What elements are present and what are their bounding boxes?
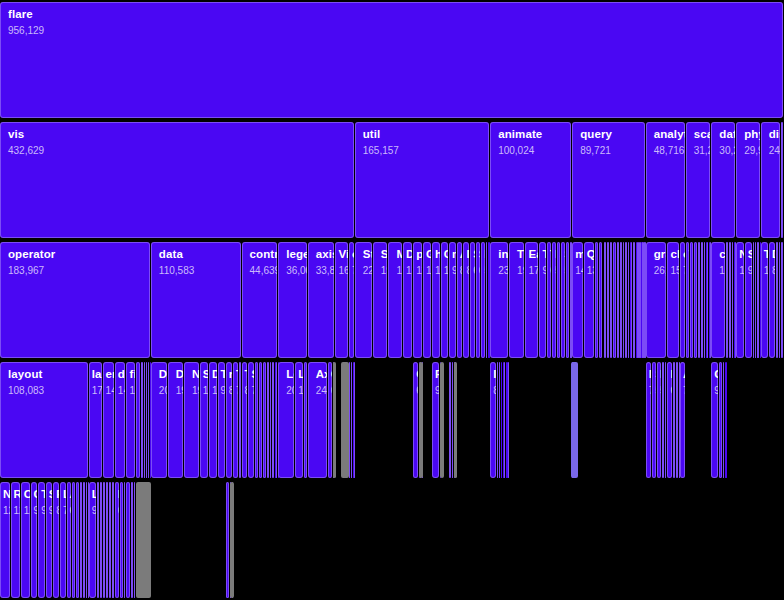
icicle-cell[interactable] xyxy=(599,242,602,358)
icicle-cell[interactable] xyxy=(501,362,502,478)
icicle-cell[interactable]: Legend20,859 xyxy=(278,362,294,478)
icicle-cell[interactable] xyxy=(595,242,598,358)
icicle-cell[interactable]: DirtySprite8,833 xyxy=(769,242,775,358)
icicle-cell[interactable]: Tween6,006 xyxy=(547,242,551,358)
icicle-cell[interactable] xyxy=(781,122,783,238)
icicle-cell[interactable] xyxy=(662,362,664,478)
icicle-cell[interactable] xyxy=(259,362,262,478)
icicle-cell[interactable] xyxy=(634,242,635,358)
icicle-cell[interactable]: controls44,639 xyxy=(242,242,278,358)
icicle-cell[interactable] xyxy=(610,242,612,358)
icicle-cell[interactable] xyxy=(776,242,778,358)
icicle-cell[interactable]: legend36,003 xyxy=(278,242,307,358)
icicle-cell[interactable]: HierarchicalCluster6,714 xyxy=(667,362,672,478)
collapsed-frames-segment[interactable] xyxy=(341,362,349,478)
icicle-cell[interactable]: CartesianAxes6,703 xyxy=(328,362,333,478)
collapsed-frames-segment[interactable] xyxy=(230,482,234,598)
icicle-cell[interactable]: animate100,024 xyxy=(490,122,571,238)
icicle-cell[interactable] xyxy=(351,362,352,478)
icicle-cell[interactable]: encoder14,897 xyxy=(103,362,114,478)
icicle-cell[interactable]: heap10,587 xyxy=(432,242,440,358)
icicle-cell[interactable]: distortion14,219 xyxy=(115,362,126,478)
icicle-cell[interactable] xyxy=(76,482,79,598)
icicle-cell[interactable] xyxy=(86,482,87,598)
icicle-cell[interactable] xyxy=(755,242,756,358)
icicle-cell[interactable] xyxy=(146,362,147,478)
icicle-cell[interactable]: StackedAreaLayout9,121 xyxy=(46,482,52,598)
icicle-cell[interactable]: events7,011 xyxy=(349,242,354,358)
icicle-cell[interactable] xyxy=(707,242,708,358)
icicle-cell[interactable] xyxy=(630,242,631,358)
icicle-cell[interactable] xyxy=(690,242,693,358)
icicle-cell[interactable]: Interpolator8,746 xyxy=(490,362,496,478)
icicle-cell[interactable]: NodeLinkTreeLayout12,870 xyxy=(0,482,10,598)
icicle-cell[interactable]: Easing17,010 xyxy=(525,242,538,358)
icicle-cell[interactable]: Labeler9,956 xyxy=(89,482,96,598)
icicle-cell[interactable] xyxy=(729,242,731,358)
icicle-cell[interactable] xyxy=(779,242,780,358)
icicle-cell[interactable]: NBodyForce10,498 xyxy=(736,242,744,358)
icicle-cell[interactable]: math9,346 xyxy=(449,242,456,358)
icicle-cell[interactable] xyxy=(607,242,609,358)
icicle-cell[interactable] xyxy=(80,482,82,598)
icicle-cell[interactable] xyxy=(106,482,108,598)
collapsed-frames-segment[interactable] xyxy=(571,362,578,478)
icicle-cell[interactable] xyxy=(719,362,722,478)
icicle-cell[interactable]: operator183,967 xyxy=(0,242,150,358)
icicle-cell[interactable]: Transition9,201 xyxy=(539,242,546,358)
icicle-cell[interactable]: Shapes19,118 xyxy=(373,242,388,358)
icicle-cell[interactable]: FunctionSequence5,842 xyxy=(552,242,556,358)
collapsed-frames-segment[interactable] xyxy=(454,362,456,478)
icicle-cell[interactable]: AxisLayout6,725 xyxy=(67,482,72,598)
icicle-cell[interactable]: AspectRatioBanker7,074 xyxy=(680,362,685,478)
icicle-cell[interactable] xyxy=(148,362,149,478)
icicle-cell[interactable]: TreeMapLayout9,191 xyxy=(38,482,45,598)
icicle-cell[interactable] xyxy=(349,362,350,478)
icicle-cell[interactable]: CirclePackingLayout12,003 xyxy=(21,482,30,598)
icicle-cell[interactable] xyxy=(604,242,606,358)
icicle-cell[interactable]: Dates8,217 xyxy=(463,242,469,358)
icicle-cell[interactable]: Strings22,026 xyxy=(355,242,372,358)
icicle-cell[interactable] xyxy=(704,242,705,358)
icicle-cell[interactable] xyxy=(497,362,498,478)
icicle-cell[interactable]: methods14,062 xyxy=(572,242,583,358)
icicle-cell[interactable]: analytics48,716 xyxy=(646,122,685,238)
icicle-cell[interactable]: converters18,349 xyxy=(711,242,725,358)
collapsed-frames-segment[interactable] xyxy=(440,362,444,478)
icicle-cell[interactable]: label17,057 xyxy=(89,362,102,478)
icicle-cell[interactable] xyxy=(732,242,733,358)
icicle-cell[interactable] xyxy=(100,482,102,598)
icicle-cell[interactable] xyxy=(628,242,629,358)
icicle-cell[interactable] xyxy=(120,482,123,598)
icicle-cell[interactable] xyxy=(276,362,277,478)
icicle-cell[interactable]: display24,254 xyxy=(761,122,780,238)
icicle-cell[interactable] xyxy=(136,362,139,478)
icicle-cell[interactable] xyxy=(566,242,569,358)
icicle-cell[interactable]: ColorPalette6,367 xyxy=(413,362,417,478)
icicle-cell[interactable]: TextSprite10,066 xyxy=(761,242,768,358)
icicle-cell[interactable] xyxy=(753,242,754,358)
icicle-cell[interactable]: data110,583 xyxy=(151,242,241,358)
icicle-cell[interactable] xyxy=(131,482,133,598)
icicle-cell[interactable] xyxy=(144,362,145,478)
icicle-cell[interactable] xyxy=(141,362,143,478)
icicle-cell[interactable]: layout108,083 xyxy=(0,362,88,478)
icicle-cell[interactable] xyxy=(275,362,276,478)
icicle-cell[interactable] xyxy=(72,482,75,598)
icicle-cell[interactable]: data30,284 xyxy=(711,122,735,238)
icicle-cell[interactable] xyxy=(625,242,626,358)
icicle-cell[interactable]: TooltipControl8,435 xyxy=(242,362,248,478)
icicle-cell[interactable] xyxy=(103,482,105,598)
icicle-cell[interactable]: ScaleBinding11,275 xyxy=(200,362,208,478)
icicle-cell[interactable] xyxy=(617,242,619,358)
icicle-cell[interactable]: EdgeRenderer5,569 xyxy=(226,482,230,598)
icicle-cell[interactable]: physics29,934 xyxy=(736,122,760,238)
icicle-cell[interactable] xyxy=(109,482,111,598)
icicle-cell[interactable]: query89,721 xyxy=(572,122,645,238)
icicle-cell[interactable]: ShortestPaths5,914 xyxy=(652,362,656,478)
icicle-cell[interactable]: Data20,544 xyxy=(151,362,167,478)
icicle-cell[interactable] xyxy=(304,362,307,478)
icicle-cell[interactable] xyxy=(263,362,266,478)
icicle-cell[interactable]: Distortion6,314 xyxy=(115,482,119,598)
icicle-cell[interactable] xyxy=(270,362,271,478)
